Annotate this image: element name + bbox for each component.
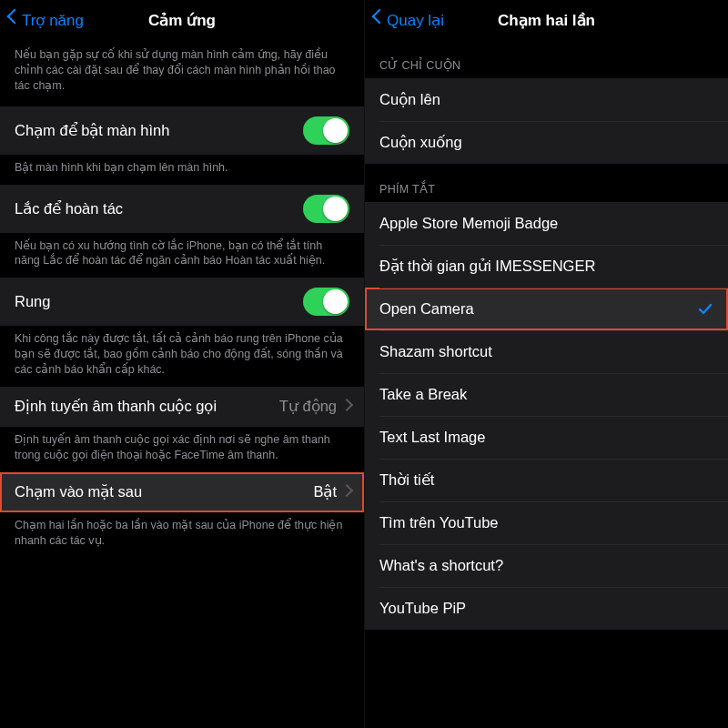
chevron-right-icon <box>342 486 349 499</box>
back-label: Trợ năng <box>22 11 84 30</box>
page-title: Cảm ứng <box>148 11 216 30</box>
list-item[interactable]: Shazam shortcut <box>365 330 728 373</box>
list-item[interactable]: Tìm trên YouTube <box>365 501 728 544</box>
row-shake-undo[interactable]: Lắc để hoàn tác <box>0 185 364 233</box>
item-label: Đặt thời gian gửi IMESSENGER <box>379 258 713 275</box>
note-back-tap: Chạm hai lần hoặc ba lần vào mặt sau của… <box>0 512 364 558</box>
item-label: Tìm trên YouTube <box>379 514 713 531</box>
section-header-scroll: CỬ CHỈ CUỘN <box>365 40 728 78</box>
note-shake-undo: Nếu bạn có xu hướng tình cờ lắc iPhone, … <box>0 233 364 278</box>
screen-touch-settings: Trợ năng Cảm ứng Nếu bạn gặp sự cố khi s… <box>0 0 364 728</box>
chevron-left-icon <box>7 11 18 29</box>
nav-bar: Quay lại Chạm hai lần <box>365 0 728 40</box>
item-label: YouTube PiP <box>379 600 713 617</box>
list-item[interactable]: Text Last Image <box>365 416 728 459</box>
row-label: Lắc để hoàn tác <box>15 200 303 217</box>
list-item[interactable]: Cuộn lên <box>365 78 728 121</box>
row-back-tap[interactable]: Chạm vào mặt sau Bật <box>0 472 364 512</box>
list-item[interactable]: What's a shortcut? <box>365 544 728 587</box>
toggle-tap-to-wake[interactable] <box>303 116 349 145</box>
back-label: Quay lại <box>387 11 444 30</box>
row-audio-routing[interactable]: Định tuyến âm thanh cuộc gọi Tự động <box>0 387 364 427</box>
note-vibration: Khi công tắc này được tắt, tất cả cảnh b… <box>0 326 364 387</box>
nav-bar: Trợ năng Cảm ứng <box>0 0 364 40</box>
item-label: Open Camera <box>379 300 692 318</box>
item-label: What's a shortcut? <box>379 557 713 574</box>
screen-double-tap: Quay lại Chạm hai lần CỬ CHỈ CUỘN Cuộn l… <box>364 0 728 728</box>
toggle-knob <box>323 118 348 143</box>
item-label: Thời tiết <box>379 471 713 489</box>
row-label: Rung <box>15 293 303 310</box>
item-label: Text Last Image <box>379 429 713 446</box>
list-item[interactable]: Thời tiết <box>365 459 728 501</box>
list-item[interactable]: Apple Store Memoji Badge <box>365 202 728 245</box>
row-label: Chạm để bật màn hình <box>15 122 303 139</box>
row-label: Chạm vào mặt sau <box>15 483 313 500</box>
list-item-selected[interactable]: Open Camera <box>365 288 728 330</box>
intro-note: Nếu bạn gặp sự cố khi sử dụng màn hình c… <box>0 40 364 106</box>
row-label: Định tuyến âm thanh cuộc gọi <box>15 398 279 415</box>
toggle-knob <box>323 289 348 314</box>
row-value: Tự động <box>279 398 337 415</box>
row-tap-to-wake[interactable]: Chạm để bật màn hình <box>0 106 364 155</box>
back-button[interactable]: Quay lại <box>372 0 444 40</box>
list-item[interactable]: Đặt thời gian gửi IMESSENGER <box>365 245 728 288</box>
item-label: Apple Store Memoji Badge <box>379 215 713 232</box>
option-list: CỬ CHỈ CUỘN Cuộn lên Cuộn xuống PHÍM TẮT… <box>365 40 728 728</box>
toggle-vibration[interactable] <box>303 288 349 316</box>
list-item[interactable]: YouTube PiP <box>365 587 728 630</box>
back-button[interactable]: Trợ năng <box>7 0 84 40</box>
toggle-shake-undo[interactable] <box>303 195 349 223</box>
checkmark-icon <box>697 301 713 318</box>
chevron-left-icon <box>372 11 383 29</box>
row-vibration[interactable]: Rung <box>0 278 364 326</box>
row-value: Bật <box>313 483 337 500</box>
item-label: Take a Break <box>379 386 713 403</box>
note-tap-to-wake: Bật màn hình khi bạn chạm lên màn hình. <box>0 155 364 185</box>
note-audio-routing: Định tuyến âm thanh cuộc gọi xác định nơ… <box>0 427 364 472</box>
list-item[interactable]: Take a Break <box>365 373 728 416</box>
settings-list: Nếu bạn gặp sự cố khi sử dụng màn hình c… <box>0 40 364 728</box>
list-item[interactable]: Cuộn xuống <box>365 121 728 164</box>
item-label: Cuộn lên <box>379 91 713 108</box>
item-label: Shazam shortcut <box>379 343 713 360</box>
page-title: Chạm hai lần <box>498 11 595 30</box>
item-label: Cuộn xuống <box>379 134 713 151</box>
chevron-right-icon <box>342 400 349 413</box>
section-header-shortcuts: PHÍM TẮT <box>365 164 728 202</box>
toggle-knob <box>323 197 348 221</box>
